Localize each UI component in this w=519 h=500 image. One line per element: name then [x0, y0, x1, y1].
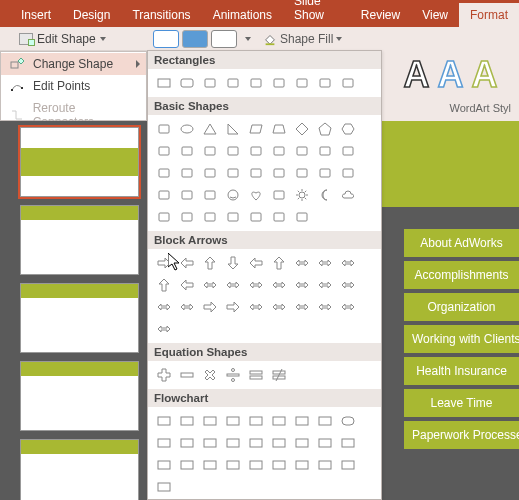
slide-thumb-3[interactable]	[20, 283, 139, 353]
slide-button[interactable]: Health Insurance	[404, 357, 519, 385]
shape-noentry[interactable]	[337, 162, 359, 184]
shape-arr-callD[interactable]	[314, 296, 336, 318]
tab-design[interactable]: Design	[62, 3, 121, 27]
shape-fc-doc[interactable]	[291, 410, 313, 432]
shape-brkt2[interactable]	[199, 206, 221, 228]
shape-round1[interactable]	[268, 72, 290, 94]
shape-tri[interactable]	[199, 118, 221, 140]
shape-fc-collate[interactable]	[153, 454, 175, 476]
shape-trap[interactable]	[268, 118, 290, 140]
shape-paren2[interactable]	[291, 206, 313, 228]
shape-round2[interactable]	[291, 72, 313, 94]
shape-arr-lr[interactable]	[245, 252, 267, 274]
shape-fill-button[interactable]: Shape Fill	[263, 32, 342, 46]
shape-can[interactable]	[245, 162, 267, 184]
wordart-style-3[interactable]: A	[472, 54, 498, 96]
shape-paren[interactable]	[268, 206, 290, 228]
shape-arr-curveU[interactable]	[268, 274, 290, 296]
shape-arr-notched[interactable]	[337, 274, 359, 296]
wordart-style-2[interactable]: A	[438, 54, 464, 96]
slide-thumb-2[interactable]	[20, 205, 139, 275]
shape-hex[interactable]	[337, 118, 359, 140]
shape-arr-l[interactable]	[176, 252, 198, 274]
shape-fc-mag[interactable]	[314, 454, 336, 476]
shape-dodeca[interactable]	[222, 140, 244, 162]
shape-pent[interactable]	[314, 118, 336, 140]
shape-fc-predef[interactable]	[245, 410, 267, 432]
shape-arr-striped[interactable]	[314, 274, 336, 296]
shape-brace[interactable]	[222, 206, 244, 228]
tab-insert[interactable]: Insert	[10, 3, 62, 27]
shape-arr-uturn[interactable]	[153, 274, 175, 296]
slide-button[interactable]: About AdWorks	[404, 229, 519, 257]
shape-rect[interactable]	[153, 72, 175, 94]
shape-lshape[interactable]	[153, 162, 175, 184]
tab-view[interactable]: View	[411, 3, 459, 27]
menu-change-shape[interactable]: Change Shape	[1, 53, 146, 75]
shape-style-1[interactable]	[153, 30, 179, 48]
slide-thumb-4[interactable]	[20, 361, 139, 431]
shape-fc-intern[interactable]	[268, 410, 290, 432]
shape-smiley[interactable]	[222, 184, 244, 206]
shape-equal[interactable]	[245, 364, 267, 386]
shape-cube[interactable]	[268, 162, 290, 184]
shape-style-gallery[interactable]	[153, 30, 237, 48]
shape-arr-curveL[interactable]	[245, 274, 267, 296]
shape-fold[interactable]	[199, 184, 221, 206]
shape-fc-seq[interactable]	[291, 454, 313, 476]
shape-arr-ud[interactable]	[268, 252, 290, 274]
shape-arc2[interactable]	[153, 206, 175, 228]
shape-fc-multi[interactable]	[314, 410, 336, 432]
shape-fc-extract[interactable]	[199, 454, 221, 476]
shape-fc-off[interactable]	[245, 432, 267, 454]
shape-chord[interactable]	[268, 140, 290, 162]
shape-style-3[interactable]	[211, 30, 237, 48]
shape-arr-ribbonL[interactable]	[222, 296, 244, 318]
shape-fc-sum[interactable]	[314, 432, 336, 454]
shape-fc-sort[interactable]	[176, 454, 198, 476]
shape-plaque[interactable]	[222, 162, 244, 184]
shape-diag[interactable]	[176, 162, 198, 184]
shape-fc-or[interactable]	[337, 432, 359, 454]
shape-arr-curveD[interactable]	[291, 274, 313, 296]
shape-cross[interactable]	[199, 162, 221, 184]
shape-fc-stored[interactable]	[245, 454, 267, 476]
shape-snip1[interactable]	[199, 72, 221, 94]
shape-arr-bent[interactable]	[337, 252, 359, 274]
shape-arr-u[interactable]	[199, 252, 221, 274]
tab-animations[interactable]: Animations	[202, 3, 283, 27]
shape-fc-display[interactable]	[153, 476, 175, 498]
shape-arr-r[interactable]	[153, 252, 175, 274]
shape-style-2[interactable]	[182, 30, 208, 48]
shape-fc-term[interactable]	[337, 410, 359, 432]
shape-arr-callR[interactable]	[245, 296, 267, 318]
shape-snip2[interactable]	[222, 72, 244, 94]
shape-arr-bentup[interactable]	[199, 274, 221, 296]
shape-arr-swoosh[interactable]	[153, 318, 175, 340]
shape-arr-curveR[interactable]	[222, 274, 244, 296]
slide-button[interactable]: Leave Time	[404, 389, 519, 417]
shape-heart[interactable]	[245, 184, 267, 206]
shape-fc-conn[interactable]	[222, 432, 244, 454]
shape-fc-tape[interactable]	[291, 432, 313, 454]
shape-rtri[interactable]	[222, 118, 244, 140]
shape-sun[interactable]	[291, 184, 313, 206]
gallery-more-icon[interactable]	[245, 37, 251, 41]
shape-fc-disk[interactable]	[337, 454, 359, 476]
shape-oval[interactable]	[176, 118, 198, 140]
shape-cloud[interactable]	[337, 184, 359, 206]
wordart-letters[interactable]: A A A	[388, 54, 513, 96]
shape-arr-home[interactable]	[153, 296, 175, 318]
slide-button[interactable]: Organization	[404, 293, 519, 321]
slide-button[interactable]: Working with Clients	[404, 325, 519, 353]
shape-oct[interactable]	[176, 140, 198, 162]
shape-fc-prep[interactable]	[153, 432, 175, 454]
shape-fc-card[interactable]	[268, 432, 290, 454]
shape-fc-delay[interactable]	[268, 454, 290, 476]
shape-brkt[interactable]	[176, 206, 198, 228]
shape-fc-dec[interactable]	[199, 410, 221, 432]
tab-slideshow[interactable]: Slide Show	[283, 0, 350, 27]
shape-rrect[interactable]	[176, 72, 198, 94]
shape-textbox[interactable]	[153, 118, 175, 140]
shape-rounddiag[interactable]	[314, 72, 336, 94]
